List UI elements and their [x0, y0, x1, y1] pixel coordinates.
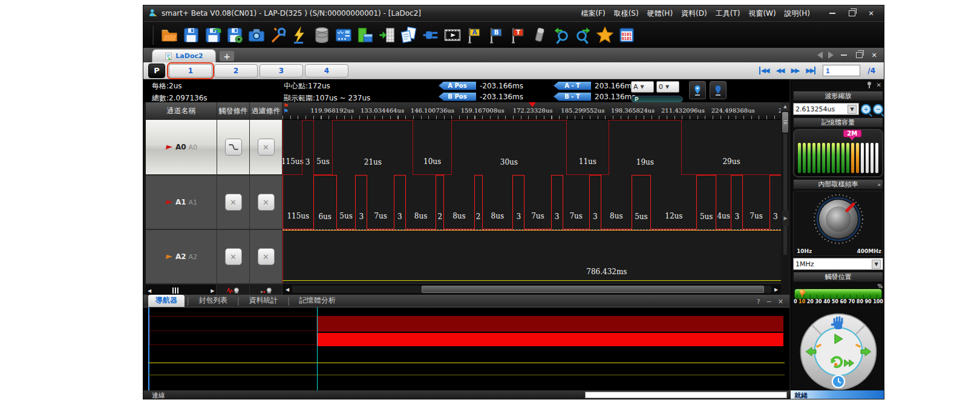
frequency-knob[interactable] [794, 191, 883, 245]
screenshot-icon[interactable] [246, 25, 267, 45]
tab-ladoc2[interactable]: LaDoc2 [152, 49, 216, 62]
trigger-position-pin[interactable] [800, 289, 806, 295]
menu-f[interactable]: 檔案(F) [581, 8, 605, 19]
section-more-icon[interactable]: » [877, 182, 880, 188]
doc-close-button[interactable]: ✕ [869, 50, 879, 60]
add-tab-button[interactable]: + [220, 51, 234, 61]
zoom-out-icon[interactable]: − [873, 104, 883, 114]
bottom-tab-3[interactable]: 資料統計 [241, 295, 285, 307]
close-button[interactable]: ✕ [864, 8, 878, 18]
wave-row-a2[interactable]: 786.432ms [283, 230, 781, 284]
waveform-playback-icon[interactable] [442, 25, 463, 45]
zoom-scale-combo[interactable]: 2.613254us▼ [793, 103, 859, 115]
menu-d[interactable]: 資料(D) [681, 8, 707, 19]
b-pos-badge[interactable]: B Pos [439, 93, 476, 101]
wave-scroll-left-icon[interactable]: ◀ [283, 287, 292, 292]
b-t-badge[interactable]: B - T [554, 93, 591, 101]
place-marker-b-button[interactable] [710, 81, 727, 99]
navigator-canvas[interactable] [143, 307, 789, 391]
channel-name-cell[interactable]: A1A1 [146, 176, 217, 229]
filter-condition-icon[interactable]: ✕ [258, 248, 275, 265]
memory-data-icon[interactable] [311, 25, 333, 45]
tab-scroll-left-icon[interactable] [817, 51, 823, 59]
save-reload-icon[interactable] [202, 25, 224, 45]
bottom-tab-2[interactable]: 封包列表 [191, 295, 235, 307]
col-trigger-condition[interactable]: 觸發條件 [217, 102, 250, 119]
trigger-condition-icon[interactable]: ✕ [225, 248, 242, 265]
trigger-condition-icon[interactable] [225, 139, 242, 156]
col-channel-name[interactable]: 通道名稱 [146, 102, 217, 119]
zoom-previous-icon[interactable] [550, 25, 572, 45]
page-button-4[interactable]: 4 [305, 64, 348, 77]
window-layout-icon[interactable] [354, 25, 376, 45]
menu-t[interactable]: 工具(T) [716, 8, 740, 19]
doc-minimize-button[interactable] [839, 50, 849, 60]
wave-vscroll-thumb[interactable]: ☰ [782, 112, 788, 133]
scroll-left-icon[interactable]: ◀ [148, 288, 151, 294]
trigger-condition-icon[interactable]: ✕ [225, 194, 242, 211]
zoom-next-icon[interactable] [572, 25, 594, 45]
page-button-2[interactable]: 2 [214, 64, 258, 77]
col-filter-condition[interactable]: 過濾條件 [250, 102, 283, 119]
sidebar-collapse-icon[interactable]: ▶ [782, 210, 789, 226]
settings-tools-icon[interactable] [267, 25, 289, 45]
compare-docs-icon[interactable] [398, 25, 420, 45]
trigger-condition-cell[interactable] [217, 120, 250, 174]
time-ruler[interactable]: ⚑⚑ 119.968192us133.034464us146.100736us1… [283, 102, 781, 120]
filter-condition-icon[interactable]: ✕ [258, 139, 275, 156]
wave-scroll-up-icon[interactable]: ▲ [781, 102, 789, 111]
scroll-right-icon[interactable]: ▶ [211, 288, 214, 294]
channel-name-cell[interactable]: A2A2 [146, 230, 217, 283]
wave-scroll-right-icon[interactable]: ▶ [771, 287, 781, 292]
channel-row-a1[interactable]: A1A1✕✕ [146, 176, 283, 230]
waveform-v-scrollbar[interactable]: ▲ ☰ ▶ [781, 102, 789, 295]
marker-index-combo[interactable]: 0▼ [656, 81, 679, 93]
close-panel-icon[interactable]: ✕ [877, 82, 881, 88]
restore-button[interactable] [845, 8, 858, 18]
channel-name-cell[interactable]: A0A0 [146, 120, 217, 174]
next-page-icon[interactable]: ▶▶ [791, 67, 799, 74]
filter-condition-cell[interactable]: ✕ [250, 120, 283, 174]
flag-t-icon[interactable]: T [507, 25, 529, 45]
acquire-icon[interactable] [289, 25, 311, 45]
navigator-view-cursor[interactable] [317, 307, 318, 391]
save-config-icon[interactable] [224, 25, 246, 45]
pin-panel-icon[interactable] [867, 82, 872, 88]
device-panel-icon[interactable] [333, 25, 354, 45]
menu-h[interactable]: 硬體(H) [647, 8, 673, 19]
page-button-3[interactable]: 3 [260, 64, 303, 77]
wave-scroll-thumb[interactable] [422, 286, 764, 293]
bottom-tab-1[interactable]: 導航器 [148, 295, 185, 307]
menu-s[interactable]: 取樣(S) [614, 8, 639, 19]
menu-w[interactable]: 視窗(W) [748, 8, 776, 19]
bottom-tab-4[interactable]: 記憶體分析 [292, 295, 343, 307]
flag-b-icon[interactable]: B [485, 25, 507, 45]
page-button-1[interactable]: 1 [169, 64, 212, 77]
eraser-icon[interactable] [529, 25, 550, 45]
filter-condition-icon[interactable]: ✕ [258, 194, 275, 211]
panel-close-icon[interactable]: ✕ [778, 298, 783, 306]
filter-condition-cell[interactable]: ✕ [250, 176, 283, 229]
wave-row-a1[interactable]: 115us6us5us37us38us28us28us37us37us38us5… [283, 175, 781, 230]
scroll-thumb[interactable] [172, 288, 178, 294]
channel-row-a0[interactable]: A0A0✕ [146, 120, 283, 176]
menu-h[interactable]: 說明(H) [785, 8, 810, 19]
save-icon[interactable] [180, 25, 202, 45]
trigger-condition-cell[interactable]: ✕ [217, 230, 250, 283]
time-clock-icon[interactable] [832, 375, 844, 387]
first-page-icon[interactable]: ◀◀ [759, 67, 769, 74]
panel-help-icon[interactable]: ? [757, 298, 760, 306]
filter-condition-cell[interactable]: ✕ [250, 230, 283, 283]
minimize-button[interactable] [826, 8, 839, 18]
last-page-icon[interactable]: ▶▶ [806, 67, 815, 74]
flag-a-icon[interactable]: A [463, 25, 485, 45]
tab-scroll-right-icon[interactable] [828, 51, 834, 59]
a-pos-badge[interactable]: A Pos [439, 82, 476, 90]
open-file-icon[interactable] [158, 25, 180, 45]
page-number-input[interactable] [823, 65, 860, 76]
zoom-in-icon[interactable]: + [861, 104, 871, 114]
binary-view-icon[interactable]: 01010101 [616, 25, 638, 45]
favorites-icon[interactable] [594, 25, 616, 45]
wave-scroll-track[interactable] [292, 286, 771, 293]
place-marker-a-button[interactable] [689, 81, 706, 99]
